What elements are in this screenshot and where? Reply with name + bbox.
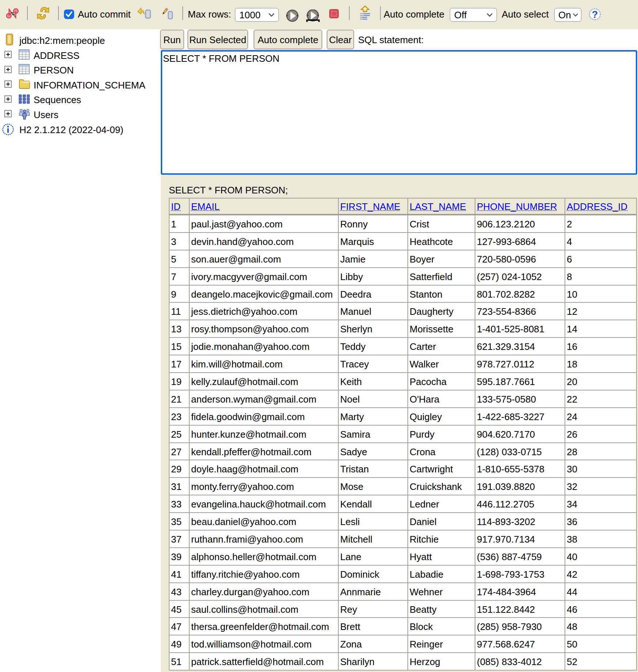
svg-text:?: ? bbox=[592, 9, 598, 20]
